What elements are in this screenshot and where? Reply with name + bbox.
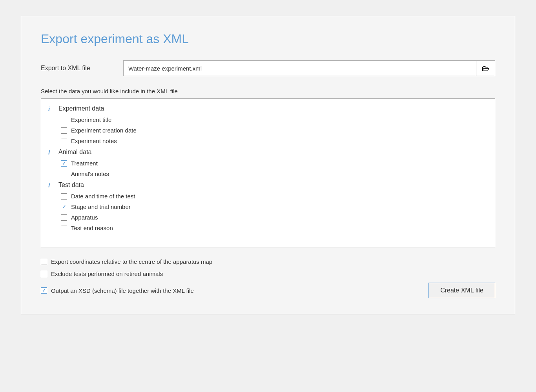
browse-button[interactable]: 🗁 (476, 61, 495, 76)
option-output-xsd[interactable]: Output an XSD (schema) file together wit… (41, 287, 194, 294)
group-header-experiment: i Experiment data (41, 103, 495, 114)
checkbox-date-time-test[interactable] (61, 193, 67, 200)
item-label-test-end-reason: Test end reason (71, 225, 113, 231)
folder-icon: 🗁 (482, 64, 490, 73)
checkbox-export-coordinates[interactable] (41, 259, 47, 265)
item-label-treatment: Treatment (71, 160, 98, 167)
checkbox-apparatus[interactable] (61, 214, 67, 221)
label-output-xsd: Output an XSD (schema) file together wit… (51, 287, 194, 294)
option-export-coordinates[interactable]: Export coordinates relative to the centr… (41, 258, 495, 265)
checkbox-experiment-creation-date[interactable] (61, 127, 67, 134)
page-title: Export experiment as XML (41, 32, 495, 46)
checkbox-exclude-retired[interactable] (41, 271, 47, 277)
group-label-experiment: Experiment data (58, 105, 104, 112)
group-header-animal: i Animal data (41, 146, 495, 158)
item-stage-trial-number[interactable]: Stage and trial number (41, 201, 495, 212)
bottom-options: Export coordinates relative to the centr… (41, 258, 495, 277)
option-exclude-retired[interactable]: Exclude tests performed on retired anima… (41, 270, 495, 277)
item-label-experiment-notes: Experiment notes (71, 138, 117, 144)
item-treatment[interactable]: Treatment (41, 158, 495, 169)
item-animals-notes[interactable]: Animal's notes (41, 169, 495, 179)
item-label-apparatus: Apparatus (71, 214, 98, 221)
checkbox-experiment-notes[interactable] (61, 138, 67, 144)
checkbox-treatment[interactable] (61, 160, 67, 167)
footer-row: Output an XSD (schema) file together wit… (41, 283, 495, 298)
group-header-test: i Test data (41, 179, 495, 191)
checkbox-animals-notes[interactable] (61, 171, 67, 177)
label-export-coordinates: Export coordinates relative to the centr… (51, 258, 212, 265)
export-dialog: Export experiment as XML Export to XML f… (21, 16, 515, 314)
checkbox-output-xsd[interactable] (41, 287, 47, 294)
item-experiment-title[interactable]: Experiment title (41, 114, 495, 125)
checkbox-experiment-title[interactable] (61, 117, 67, 123)
group-label-animal: Animal data (58, 149, 92, 156)
item-experiment-creation-date[interactable]: Experiment creation date (41, 125, 495, 136)
item-label-experiment-creation-date: Experiment creation date (71, 127, 137, 134)
checkbox-stage-trial-number[interactable] (61, 204, 67, 210)
file-input-wrapper: 🗁 (123, 60, 495, 76)
file-input[interactable] (124, 65, 476, 72)
create-xml-button[interactable]: Create XML file (428, 283, 495, 298)
item-label-date-time-test: Date and time of the test (71, 193, 135, 200)
item-label-experiment-title: Experiment title (71, 116, 111, 123)
info-icon-test: i (48, 182, 55, 189)
info-icon-experiment: i (48, 105, 55, 112)
file-row: Export to XML file 🗁 (41, 60, 495, 76)
group-label-test: Test data (58, 181, 84, 189)
item-experiment-notes[interactable]: Experiment notes (41, 136, 495, 146)
item-apparatus[interactable]: Apparatus (41, 212, 495, 223)
item-label-stage-trial-number: Stage and trial number (71, 203, 131, 210)
data-tree[interactable]: i Experiment data Experiment title Exper… (41, 98, 495, 247)
section-prompt: Select the data you would like include i… (41, 88, 495, 94)
item-label-animals-notes: Animal's notes (71, 171, 109, 177)
item-test-end-reason[interactable]: Test end reason (41, 223, 495, 233)
item-date-time-test[interactable]: Date and time of the test (41, 191, 495, 201)
label-exclude-retired: Exclude tests performed on retired anima… (51, 270, 163, 277)
file-label: Export to XML file (41, 65, 119, 72)
tree-inner: i Experiment data Experiment title Exper… (41, 99, 495, 237)
checkbox-test-end-reason[interactable] (61, 225, 67, 231)
info-icon-animal: i (48, 149, 55, 156)
